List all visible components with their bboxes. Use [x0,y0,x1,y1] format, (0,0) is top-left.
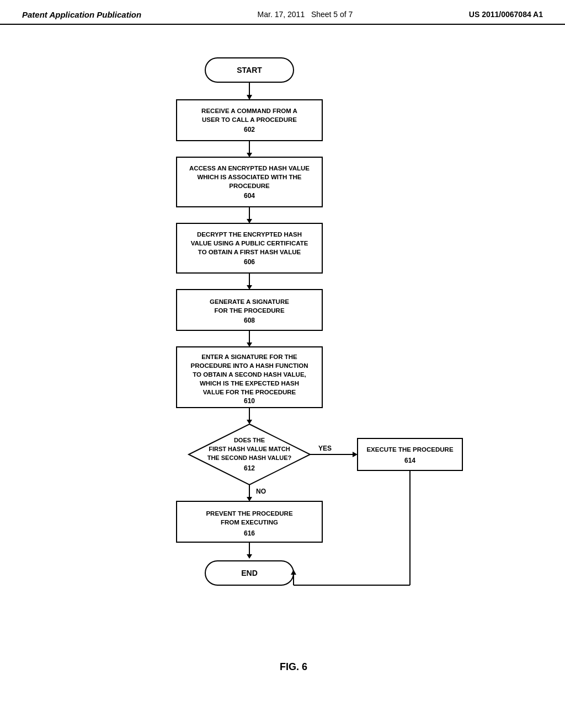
svg-marker-22 [247,285,252,290]
publication-date-sheet: Mar. 17, 2011 Sheet 5 of 7 [258,10,353,19]
svg-text:616: 616 [244,529,255,537]
svg-marker-50 [247,497,252,501]
svg-text:TO OBTAIN A SECOND HASH VALUE,: TO OBTAIN A SECOND HASH VALUE, [193,371,306,378]
svg-text:FIRST HASH VALUE MATCH: FIRST HASH VALUE MATCH [209,446,290,452]
publication-type: Patent Application Publication [22,10,141,19]
svg-marker-2 [247,95,252,100]
svg-text:606: 606 [244,258,255,266]
svg-text:PREVENT THE PROCEDURE: PREVENT THE PROCEDURE [206,510,293,517]
svg-text:FROM EXECUTING: FROM EXECUTING [221,519,278,526]
svg-text:614: 614 [404,457,415,464]
start-label: START [237,66,262,74]
svg-text:YES: YES [318,445,332,452]
figure-label: FIG. 6 [84,661,503,673]
svg-text:610: 610 [244,397,255,405]
svg-text:604: 604 [244,192,255,200]
svg-text:FOR THE PROCEDURE: FOR THE PROCEDURE [214,307,284,314]
svg-text:ACCESS AN ENCRYPTED HASH VALUE: ACCESS AN ENCRYPTED HASH VALUE [189,165,310,172]
svg-marker-15 [247,219,252,223]
svg-text:DECRYPT THE ENCRYPTED HASH: DECRYPT THE ENCRYPTED HASH [197,231,302,238]
svg-text:END: END [241,569,258,577]
svg-text:USER TO CALL A PROCEDURE: USER TO CALL A PROCEDURE [202,116,297,123]
svg-text:VALUE USING A PUBLIC CERTIFICA: VALUE USING A PUBLIC CERTIFICATE [191,240,308,247]
flowchart-svg: START RECEIVE A COMMAND FROM A USER TO C… [84,41,503,648]
svg-text:608: 608 [244,317,255,324]
svg-text:612: 612 [244,464,255,472]
svg-text:PROCEDURE: PROCEDURE [229,183,270,189]
svg-text:WHICH IS THE EXPECTED HASH: WHICH IS THE EXPECTED HASH [200,380,299,387]
svg-text:PROCEDURE INTO A HASH FUNCTION: PROCEDURE INTO A HASH FUNCTION [191,362,308,369]
svg-text:TO OBTAIN A FIRST HASH VALUE: TO OBTAIN A FIRST HASH VALUE [198,249,301,255]
svg-text:WHICH IS ASSOCIATED WITH THE: WHICH IS ASSOCIATED WITH THE [197,174,301,180]
svg-marker-8 [247,153,252,157]
svg-rect-46 [358,438,462,470]
svg-text:VALUE FOR THE PROCEDURE: VALUE FOR THE PROCEDURE [203,389,296,395]
page-header: Patent Application Publication Mar. 17, … [0,0,565,25]
svg-text:RECEIVE A COMMAND FROM A: RECEIVE A COMMAND FROM A [201,108,297,114]
patent-number: US 2011/0067084 A1 [469,10,543,19]
diagram-area: START RECEIVE A COMMAND FROM A USER TO C… [0,25,565,684]
svg-text:DOES THE: DOES THE [234,437,265,443]
svg-marker-57 [247,554,252,559]
svg-marker-44 [353,452,358,457]
svg-text:602: 602 [244,126,255,133]
svg-text:GENERATE A SIGNATURE: GENERATE A SIGNATURE [210,298,289,305]
svg-text:ENTER A SIGNATURE FOR THE: ENTER A SIGNATURE FOR THE [201,354,297,360]
svg-text:NO: NO [256,488,266,495]
svg-marker-37 [247,420,252,424]
svg-text:EXECUTE THE PROCEDURE: EXECUTE THE PROCEDURE [366,446,454,453]
svg-marker-28 [247,342,252,347]
svg-text:THE SECOND HASH VALUE?: THE SECOND HASH VALUE? [207,454,292,461]
